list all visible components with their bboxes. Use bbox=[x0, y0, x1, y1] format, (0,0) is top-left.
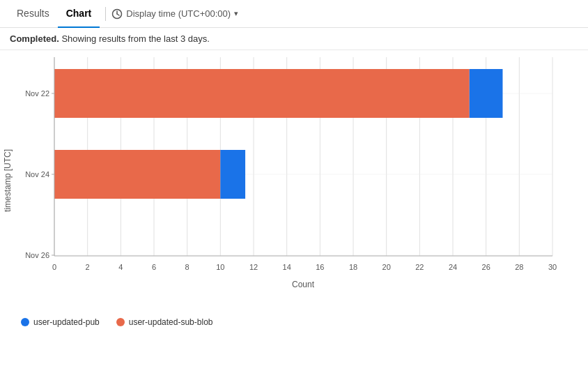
chart-container: timestamp [UTC] bbox=[0, 50, 588, 334]
svg-text:10: 10 bbox=[216, 263, 224, 271]
chevron-down-icon: ▾ bbox=[234, 9, 238, 18]
bar-nov24-sub-blob bbox=[54, 150, 220, 199]
tab-results[interactable]: Results bbox=[8, 0, 58, 28]
svg-text:26: 26 bbox=[482, 263, 490, 271]
bar-nov22-sub-blob bbox=[54, 69, 470, 118]
svg-text:Nov 24: Nov 24 bbox=[25, 170, 49, 178]
y-axis-label: timestamp [UTC] bbox=[0, 50, 15, 310]
chart-main: timestamp [UTC] bbox=[0, 50, 588, 310]
chart-tab-label: Chart bbox=[66, 8, 92, 19]
legend-dot-pub bbox=[21, 318, 29, 326]
svg-text:20: 20 bbox=[382, 263, 391, 271]
svg-text:Nov 22: Nov 22 bbox=[25, 89, 49, 98]
chart-inner: Nov 22 Nov 24 Nov 26 0 2 4 6 8 10 12 14 … bbox=[15, 50, 588, 310]
legend: user-updated-pub user-updated-sub-blob bbox=[0, 310, 588, 334]
svg-text:22: 22 bbox=[415, 263, 424, 271]
legend-item-sub-blob: user-updated-sub-blob bbox=[116, 317, 213, 327]
svg-text:14: 14 bbox=[283, 263, 291, 271]
svg-text:18: 18 bbox=[349, 263, 357, 271]
svg-text:Count: Count bbox=[292, 280, 315, 289]
results-tab-label: Results bbox=[17, 8, 49, 19]
bar-nov24-pub bbox=[220, 150, 245, 199]
svg-text:2: 2 bbox=[86, 263, 90, 271]
bar-nov22-pub bbox=[470, 69, 503, 118]
svg-text:8: 8 bbox=[185, 263, 189, 271]
svg-text:12: 12 bbox=[249, 263, 258, 271]
svg-text:16: 16 bbox=[316, 263, 324, 271]
status-completed: Completed. bbox=[10, 33, 59, 44]
time-selector[interactable]: Display time (UTC+00:00) ▾ bbox=[111, 8, 238, 20]
tab-divider bbox=[105, 7, 106, 21]
clock-icon bbox=[111, 8, 123, 20]
legend-label-sub-blob: user-updated-sub-blob bbox=[129, 317, 213, 327]
svg-text:4: 4 bbox=[118, 263, 123, 271]
legend-label-pub: user-updated-pub bbox=[33, 317, 100, 327]
svg-text:6: 6 bbox=[152, 263, 156, 271]
legend-item-pub: user-updated-pub bbox=[21, 317, 100, 327]
legend-dot-sub-blob bbox=[116, 318, 125, 326]
svg-text:0: 0 bbox=[52, 263, 56, 271]
svg-text:30: 30 bbox=[548, 263, 557, 271]
status-message: Showing results from the last 3 days. bbox=[61, 33, 209, 44]
chart-svg: Nov 22 Nov 24 Nov 26 0 2 4 6 8 10 12 14 … bbox=[15, 50, 588, 301]
svg-text:24: 24 bbox=[449, 263, 457, 271]
status-bar: Completed. Showing results from the last… bbox=[0, 28, 588, 50]
svg-text:Nov 26: Nov 26 bbox=[25, 251, 49, 259]
tab-chart[interactable]: Chart bbox=[58, 0, 100, 28]
svg-text:28: 28 bbox=[515, 263, 523, 271]
tab-bar: Results Chart Display time (UTC+00:00) ▾ bbox=[0, 0, 588, 28]
time-selector-label: Display time (UTC+00:00) bbox=[126, 8, 231, 19]
svg-line-2 bbox=[117, 14, 119, 15]
